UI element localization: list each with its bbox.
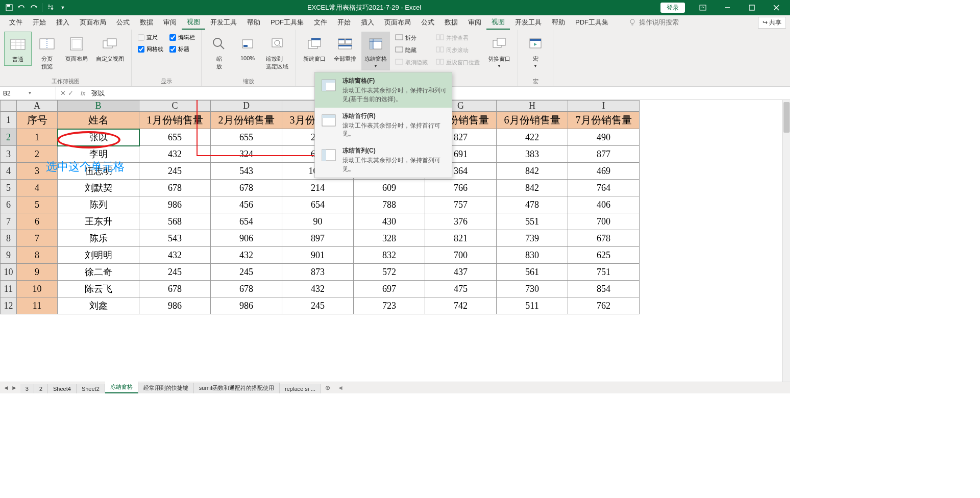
cell[interactable]: 刘鑫 (58, 297, 139, 314)
row-header[interactable]: 1 (1, 112, 17, 129)
menu-item[interactable]: 插入 (356, 16, 379, 29)
arrange-all-button[interactable]: 全部重排 (331, 32, 359, 65)
freeze-panes-button[interactable]: 冻结窗格▼ (361, 32, 390, 70)
cell[interactable]: 徐二奇 (58, 264, 139, 281)
maximize-icon[interactable] (740, 1, 764, 15)
row-header[interactable]: 8 (1, 230, 17, 247)
cell[interactable]: 437 (425, 264, 497, 281)
cell[interactable]: 678 (568, 230, 640, 247)
select-all-corner[interactable] (1, 101, 17, 112)
fx-icon[interactable]: fx (78, 90, 88, 97)
cell[interactable]: 376 (425, 213, 497, 230)
menu-item[interactable]: 文件 (309, 16, 332, 29)
zoom-selection-button[interactable]: 缩放到 选定区域 (263, 32, 291, 72)
row-header[interactable]: 3 (1, 146, 17, 163)
cell[interactable]: 986 (139, 297, 211, 314)
sheet-tab[interactable]: sumif函数和通配符的搭配使用 (194, 383, 280, 393)
cell[interactable]: 383 (497, 146, 568, 163)
sheet-tab[interactable]: 3 (20, 384, 34, 393)
cell[interactable]: 625 (568, 247, 640, 264)
cell[interactable]: 873 (282, 264, 354, 281)
vertical-scrollbar[interactable] (782, 100, 790, 382)
menu-item[interactable]: 审阅 (463, 16, 486, 29)
cell[interactable]: 8 (17, 247, 58, 264)
cell[interactable]: 469 (568, 163, 640, 180)
dropdown-item[interactable]: 冻结窗格(F)滚动工作表其余部分时，保持行和列可见(基于当前的选择)。 (315, 72, 452, 108)
cell[interactable]: 842 (497, 180, 568, 196)
cell[interactable]: 832 (354, 247, 425, 264)
menu-帮助[interactable]: 帮助 (242, 16, 265, 29)
cell[interactable]: 511 (497, 297, 568, 314)
ribbon-item[interactable]: 拆分 (392, 33, 431, 43)
cell[interactable]: 陈列 (58, 196, 139, 213)
cell[interactable]: 655 (139, 129, 211, 146)
col-header[interactable]: D (211, 101, 282, 112)
menu-开始[interactable]: 开始 (28, 16, 51, 29)
cell[interactable]: 478 (497, 196, 568, 213)
menu-插入[interactable]: 插入 (51, 16, 75, 29)
menu-item[interactable]: 页面布局 (379, 16, 416, 29)
cell[interactable]: 678 (139, 180, 211, 196)
row-header[interactable]: 7 (1, 213, 17, 230)
cell[interactable]: 432 (282, 281, 354, 297)
cell[interactable]: 788 (354, 196, 425, 213)
cell[interactable]: 432 (139, 247, 211, 264)
cell[interactable]: 654 (211, 213, 282, 230)
menu-开发工具[interactable]: 开发工具 (205, 16, 242, 29)
cell[interactable]: 986 (211, 297, 282, 314)
row-header[interactable]: 9 (1, 247, 17, 264)
menu-页面布局[interactable]: 页面布局 (75, 16, 111, 29)
page-break-preview-button[interactable]: 分页 预览 (34, 32, 60, 72)
cell[interactable]: 678 (211, 180, 282, 196)
header-cell[interactable]: 6月份销售量 (497, 112, 568, 129)
cell[interactable]: 3 (17, 163, 58, 180)
ribbon-item[interactable]: 隐藏 (392, 45, 431, 55)
menu-item[interactable]: PDF工具集 (570, 16, 614, 29)
cell[interactable]: 李明 (58, 146, 139, 163)
cell[interactable]: 245 (139, 264, 211, 281)
header-cell[interactable]: 序号 (17, 112, 58, 129)
cell[interactable]: 700 (425, 247, 497, 264)
checkbox-网格线[interactable]: 网格线 (136, 44, 165, 54)
save-icon[interactable] (4, 3, 14, 13)
cell[interactable]: 543 (211, 163, 282, 180)
checkbox-直尺[interactable]: 直尺 (136, 33, 165, 42)
menu-item[interactable]: 公式 (416, 16, 439, 29)
cell[interactable]: 456 (211, 196, 282, 213)
cell[interactable]: 9 (17, 264, 58, 281)
row-header[interactable]: 6 (1, 196, 17, 213)
checkbox-标题[interactable]: 标题 (167, 44, 197, 54)
dropdown-item[interactable]: 冻结首列(C)滚动工作表其余部分时，保持首列可见。 (315, 142, 452, 178)
undo-icon[interactable] (16, 3, 27, 13)
col-header[interactable]: A (17, 101, 58, 112)
row-header[interactable]: 10 (1, 264, 17, 281)
menu-item[interactable]: 数据 (439, 16, 463, 29)
cell[interactable]: 766 (425, 180, 497, 196)
cell[interactable]: 830 (497, 247, 568, 264)
row-header[interactable]: 11 (1, 281, 17, 297)
header-cell[interactable]: 7月份销售量 (568, 112, 640, 129)
cell[interactable]: 609 (354, 180, 425, 196)
cell[interactable]: 432 (139, 146, 211, 163)
sheet-tab[interactable]: 经常用到的快捷键 (138, 383, 194, 393)
cell[interactable]: 245 (211, 264, 282, 281)
cell[interactable]: 897 (282, 230, 354, 247)
cell[interactable]: 572 (354, 264, 425, 281)
cell[interactable]: 901 (282, 247, 354, 264)
sheet-tab[interactable]: Sheet2 (77, 384, 105, 393)
cell[interactable]: 刘默契 (58, 180, 139, 196)
cell[interactable]: 764 (568, 180, 640, 196)
share-button[interactable]: ↪ 共享 (758, 17, 786, 29)
qat-dropdown-icon[interactable]: ▼ (58, 3, 68, 13)
menu-PDF工具集[interactable]: PDF工具集 (265, 16, 309, 29)
cell[interactable]: 7 (17, 230, 58, 247)
menu-item[interactable]: 视图 (486, 15, 510, 30)
page-layout-button[interactable]: 页面布局 (62, 32, 91, 65)
cell[interactable]: 2 (17, 146, 58, 163)
cell[interactable]: 90 (282, 213, 354, 230)
cell[interactable]: 422 (497, 129, 568, 146)
menu-item[interactable]: 帮助 (547, 16, 570, 29)
cell[interactable]: 1 (17, 129, 58, 146)
row-header[interactable]: 12 (1, 297, 17, 314)
cell[interactable]: 739 (497, 230, 568, 247)
